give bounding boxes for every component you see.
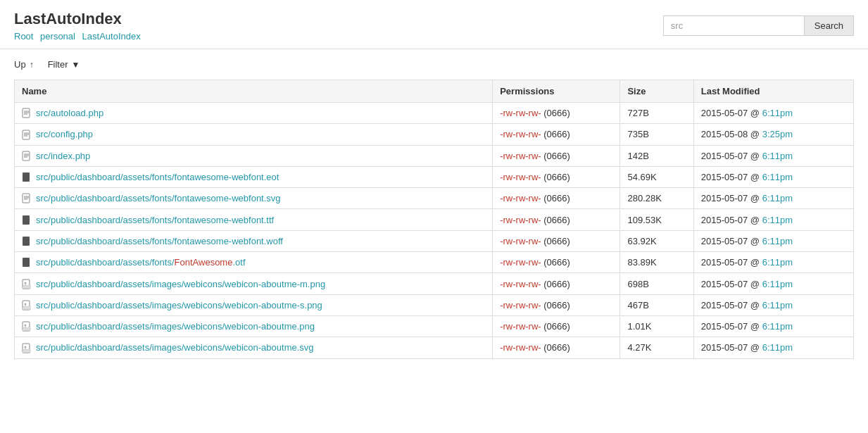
permissions-cell: -rw-rw-rw- (0666) — [493, 230, 620, 251]
date-cell: 2015-05-07 @ 6:11pm — [693, 166, 853, 187]
time-value: 6:11pm — [762, 342, 793, 353]
filter-icon: ▼ — [72, 60, 80, 70]
file-type-icon — [22, 171, 32, 183]
perm-code: (0666) — [543, 236, 570, 246]
header: LastAutoIndex Root personal LastAutoInde… — [0, 0, 868, 49]
perm-code: (0666) — [543, 215, 570, 225]
file-link[interactable]: src/autoload.php — [36, 108, 103, 118]
file-type-icon — [22, 320, 32, 332]
perm-code: (0666) — [543, 108, 570, 118]
table-row: src/public/dashboard/assets/images/webic… — [15, 337, 854, 358]
date-cell: 2015-05-07 @ 6:11pm — [693, 252, 853, 273]
size-cell: 467B — [620, 294, 693, 315]
file-link[interactable]: src/public/dashboard/assets/fonts/fontaw… — [36, 172, 279, 182]
table-row: src/public/dashboard/assets/fonts/fontaw… — [15, 230, 854, 251]
time-value: 6:11pm — [762, 172, 793, 182]
filter-button[interactable]: Filter ▼ — [48, 59, 80, 70]
file-name-cell: src/public/dashboard/assets/images/webic… — [15, 294, 493, 315]
file-link[interactable]: src/public/dashboard/assets/images/webic… — [36, 342, 314, 353]
up-button[interactable]: Up ↑ — [14, 59, 34, 70]
file-type-icon — [22, 128, 32, 140]
date-value: 2015-05-07 @ — [701, 215, 762, 225]
file-link[interactable]: src/public/dashboard/assets/images/webic… — [36, 321, 315, 332]
size-cell: 735B — [620, 124, 693, 145]
perm-code: (0666) — [543, 172, 570, 182]
date-value: 2015-05-07 @ — [701, 300, 762, 310]
permissions-cell: -rw-rw-rw- (0666) — [493, 103, 620, 124]
file-name-cell: src/autoload.php — [15, 103, 493, 124]
time-value: 6:11pm — [762, 108, 793, 118]
col-size: Size — [620, 80, 693, 103]
file-type-icon — [22, 341, 32, 353]
date-value: 2015-05-07 @ — [701, 108, 762, 118]
date-value: 2015-05-07 @ — [701, 342, 762, 353]
file-type-icon — [22, 150, 32, 162]
perm-rw: -rw-rw-rw- — [500, 151, 541, 161]
size-cell: 142B — [620, 145, 693, 166]
file-link[interactable]: src/config.php — [36, 129, 93, 139]
svg-point-21 — [25, 282, 27, 284]
date-cell: 2015-05-08 @ 3:25pm — [693, 124, 853, 145]
date-cell: 2015-05-07 @ 6:11pm — [693, 230, 853, 251]
file-name-cell: src/public/dashboard/assets/fonts/fontaw… — [15, 188, 493, 209]
permissions-cell: -rw-rw-rw- (0666) — [493, 252, 620, 273]
perm-rw: -rw-rw-rw- — [500, 236, 541, 246]
permissions-cell: -rw-rw-rw- (0666) — [493, 188, 620, 209]
svg-rect-18 — [23, 237, 30, 246]
breadcrumb-personal[interactable]: personal — [40, 31, 75, 42]
file-name-cell: src/public/dashboard/assets/fonts/fontaw… — [15, 230, 493, 251]
permissions-cell: -rw-rw-rw- (0666) — [493, 315, 620, 337]
table-row: src/public/dashboard/assets/fonts/FontAw… — [15, 252, 854, 273]
svg-rect-17 — [23, 215, 30, 225]
table-row: src/public/dashboard/assets/images/webic… — [15, 315, 854, 337]
date-cell: 2015-05-07 @ 6:11pm — [693, 337, 853, 358]
col-name: Name — [15, 80, 493, 103]
toolbar: Up ↑ Filter ▼ — [0, 49, 868, 80]
breadcrumb-lastAutoIndex[interactable]: LastAutoIndex — [82, 31, 141, 42]
date-value: 2015-05-07 @ — [701, 279, 762, 289]
file-link[interactable]: src/public/dashboard/assets/images/webic… — [36, 279, 325, 289]
file-link[interactable]: src/public/dashboard/assets/fonts/FontAw… — [36, 257, 246, 268]
size-cell: 1.01K — [620, 315, 693, 337]
perm-code: (0666) — [543, 279, 570, 289]
up-arrow-icon: ↑ — [30, 60, 34, 70]
file-name-cell: src/public/dashboard/assets/images/webic… — [15, 337, 493, 358]
file-link[interactable]: src/index.php — [36, 151, 90, 161]
file-link[interactable]: src/public/dashboard/assets/fonts/fontaw… — [36, 236, 283, 246]
date-value: 2015-05-07 @ — [701, 172, 762, 182]
file-link[interactable]: src/public/dashboard/assets/fonts/fontaw… — [36, 193, 281, 203]
col-permissions: Permissions — [493, 80, 620, 103]
col-last-modified: Last Modified — [693, 80, 853, 103]
file-name-cell: src/public/dashboard/assets/fonts/fontaw… — [15, 166, 493, 187]
size-cell: 4.27K — [620, 337, 693, 358]
table-header: Name Permissions Size Last Modified — [15, 80, 854, 103]
time-value: 6:11pm — [762, 151, 793, 161]
search-input[interactable] — [663, 15, 804, 36]
date-value: 2015-05-07 @ — [701, 321, 762, 332]
perm-rw: -rw-rw-rw- — [500, 279, 541, 289]
file-name-cell: src/public/dashboard/assets/fonts/FontAw… — [15, 252, 493, 273]
time-value: 6:11pm — [762, 300, 793, 310]
up-label: Up — [14, 59, 26, 70]
file-link[interactable]: src/public/dashboard/assets/fonts/fontaw… — [36, 215, 274, 225]
table-row: src/config.php-rw-rw-rw- (0666)735B2015-… — [15, 124, 854, 145]
table-row: src/public/dashboard/assets/fonts/fontaw… — [15, 209, 854, 230]
svg-rect-12 — [23, 172, 30, 182]
size-cell: 83.89K — [620, 252, 693, 273]
perm-code: (0666) — [543, 151, 570, 161]
file-link[interactable]: src/public/dashboard/assets/images/webic… — [36, 300, 322, 310]
file-name-cell: src/public/dashboard/assets/images/webic… — [15, 273, 493, 294]
file-name-cell: src/public/dashboard/assets/images/webic… — [15, 315, 493, 337]
search-button[interactable]: Search — [804, 15, 854, 36]
time-value: 6:11pm — [762, 321, 793, 332]
time-value: 6:11pm — [762, 236, 793, 246]
table-row: src/public/dashboard/assets/fonts/fontaw… — [15, 166, 854, 187]
perm-code: (0666) — [543, 321, 570, 332]
size-cell: 109.53K — [620, 209, 693, 230]
perm-code: (0666) — [543, 129, 570, 139]
perm-rw: -rw-rw-rw- — [500, 172, 541, 182]
file-type-icon — [22, 235, 32, 247]
perm-code: (0666) — [543, 300, 570, 310]
perm-rw: -rw-rw-rw- — [500, 215, 541, 225]
breadcrumb-root[interactable]: Root — [14, 31, 33, 42]
